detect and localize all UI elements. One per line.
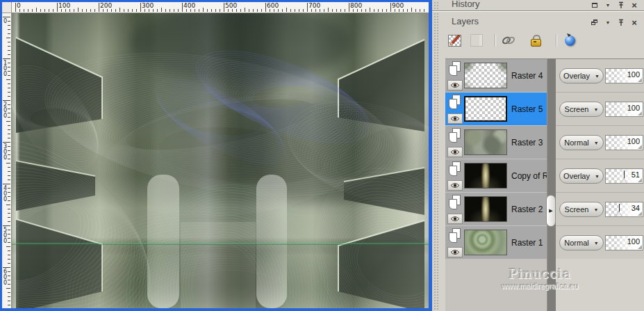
column-splitter[interactable]: ▶ xyxy=(547,58,556,311)
palette-panel: History ▼ × Layers ▼ × xyxy=(432,0,644,311)
splitter-handle[interactable]: ▶ xyxy=(546,195,556,227)
layers-title: Layers xyxy=(452,16,479,26)
layer-name: Raster 5 xyxy=(511,93,543,126)
layer-row-raster-1[interactable]: Raster 1 xyxy=(445,226,547,260)
opacity-field[interactable]: 100 xyxy=(605,102,643,117)
history-panel-header: History ▼ × xyxy=(432,0,644,10)
panel-menu-icon[interactable]: ▼ xyxy=(604,1,612,10)
layer-name: Raster 1 xyxy=(511,226,543,260)
layer-row-raster-4[interactable]: Raster 4 xyxy=(445,59,547,93)
raster-layer-icon xyxy=(447,195,463,212)
opacity-slider[interactable] xyxy=(619,204,620,212)
blend-row: Normal▼ 100 xyxy=(556,125,644,159)
layer-name: Raster 2 xyxy=(511,193,543,226)
raster-layer-icon xyxy=(447,95,463,111)
visibility-toggle[interactable] xyxy=(447,147,463,157)
layer-thumbnail[interactable] xyxy=(464,96,507,122)
chevron-down-icon: ▼ xyxy=(594,141,599,145)
blend-row: Overlay▼ 51 xyxy=(556,159,644,192)
blend-row: Overlay▼ 100 xyxy=(556,58,644,92)
horizontal-ruler: 0100200300400500600700800900 xyxy=(12,2,429,13)
blend-mode-dropdown[interactable]: Overlay▼ xyxy=(559,68,604,83)
new-mask-layer-icon-disabled[interactable] xyxy=(469,33,484,48)
opacity-field[interactable]: 100 xyxy=(605,235,643,250)
cascade-icon[interactable] xyxy=(591,19,599,27)
blend-row: Normal▼ 100 xyxy=(556,225,644,259)
raster-layer-icon xyxy=(447,228,463,245)
raster-layer-icon xyxy=(447,161,463,178)
toolbar-separator xyxy=(495,34,495,47)
raster-layer-icon xyxy=(447,61,463,78)
history-title: History xyxy=(452,0,479,9)
layer-name: Raster 4 xyxy=(511,59,543,93)
float-window-icon[interactable] xyxy=(591,1,599,10)
opacity-field[interactable]: 34 xyxy=(605,202,643,217)
layer-row-raster-2[interactable]: Raster 2 xyxy=(445,193,547,226)
chevron-down-icon: ▼ xyxy=(595,174,600,179)
layer-list-empty-area xyxy=(445,259,547,311)
layer-row-raster-3[interactable]: Raster 3 xyxy=(445,126,547,159)
layer-thumbnail[interactable] xyxy=(464,163,507,189)
layers-panel: Layers ▼ × xyxy=(432,13,644,311)
panel-menu-icon[interactable]: ▼ xyxy=(604,19,612,27)
visibility-toggle[interactable] xyxy=(447,214,463,224)
layers-toolbar xyxy=(432,32,644,51)
layer-row-copy-of-raster-2[interactable]: Copy of Raster 2 xyxy=(445,159,547,193)
layer-thumbnail[interactable] xyxy=(464,230,507,255)
layer-thumbnail[interactable] xyxy=(464,63,507,88)
edit-selection-icon[interactable] xyxy=(563,33,578,48)
chevron-down-icon: ▼ xyxy=(593,107,598,112)
blend-mode-dropdown[interactable]: Normal▼ xyxy=(559,235,604,250)
layer-row-raster-5[interactable]: Raster 5 xyxy=(445,93,547,126)
blend-opacity-column: Overlay▼ 100 Screen▼ 100 Normal▼ 100 Ove… xyxy=(556,58,644,259)
new-raster-layer-icon[interactable] xyxy=(447,33,462,48)
layer-list: Raster 4 Raster 5 Raster 3 xyxy=(445,58,547,260)
image-window: 0100200300400500600700800900 01002003004… xyxy=(0,0,432,311)
visibility-toggle[interactable] xyxy=(447,247,463,257)
close-icon[interactable]: × xyxy=(630,19,638,27)
layer-thumbnail[interactable] xyxy=(464,129,507,155)
layer-name: Raster 3 xyxy=(511,126,543,159)
opacity-slider[interactable] xyxy=(624,170,625,178)
chevron-down-icon: ▼ xyxy=(594,241,599,246)
lock-transparency-icon[interactable] xyxy=(528,33,543,48)
ruler-corner xyxy=(2,2,12,13)
blend-mode-dropdown[interactable]: Normal▼ xyxy=(559,135,604,150)
blend-row: Screen▼ 34 xyxy=(556,192,644,225)
blend-mode-dropdown[interactable]: Screen▼ xyxy=(559,102,604,117)
blend-mode-dropdown[interactable]: Screen▼ xyxy=(559,202,604,217)
toolbar-separator xyxy=(556,34,556,47)
panel-padding xyxy=(440,58,445,311)
visibility-toggle[interactable] xyxy=(447,180,463,191)
blend-mode-dropdown[interactable]: Overlay▼ xyxy=(559,168,604,184)
canvas-artwork[interactable] xyxy=(12,13,429,308)
close-icon[interactable]: × xyxy=(630,1,638,10)
pin-icon[interactable] xyxy=(617,19,625,27)
layers-panel-header: Layers ▼ × xyxy=(432,13,644,29)
layer-thumbnail[interactable] xyxy=(464,196,507,222)
chevron-down-icon: ▼ xyxy=(593,207,598,212)
visibility-toggle[interactable] xyxy=(447,80,463,90)
vertical-ruler: 0100200300400500600 xyxy=(2,13,12,308)
opacity-field[interactable]: 100 xyxy=(605,68,643,83)
blend-row: Screen▼ 100 xyxy=(556,92,644,125)
pin-icon[interactable] xyxy=(617,1,625,10)
link-layers-icon[interactable] xyxy=(501,33,516,48)
visibility-toggle[interactable] xyxy=(447,113,463,124)
raster-layer-icon xyxy=(447,128,463,145)
chevron-down-icon: ▼ xyxy=(595,74,600,79)
opacity-field[interactable]: 100 xyxy=(605,135,643,150)
opacity-field[interactable]: 51 xyxy=(605,168,643,184)
app-screen: 0100200300400500600700800900 01002003004… xyxy=(0,0,644,311)
